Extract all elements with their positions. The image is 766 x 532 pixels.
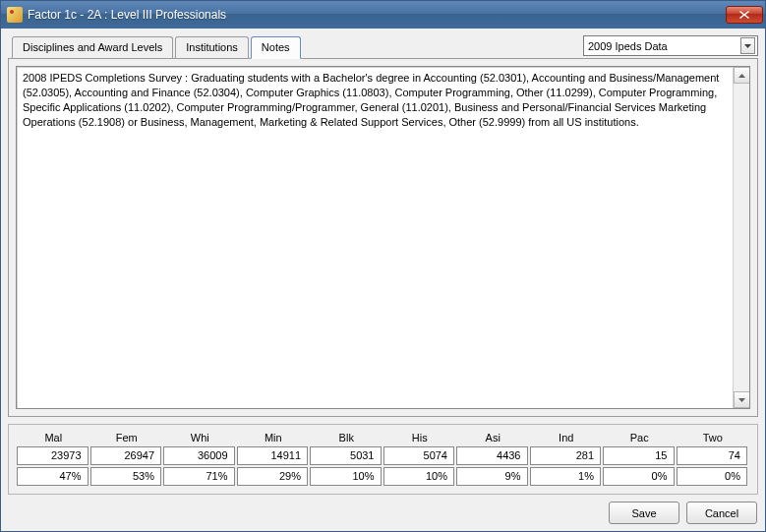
col-header: Blk	[310, 430, 383, 446]
titlebar: Factor 1c - 2A : Level III Professionals	[1, 1, 765, 29]
col-header: Whi	[163, 430, 237, 446]
cancel-button[interactable]: Cancel	[686, 502, 757, 524]
count-cell: 36009	[163, 446, 235, 465]
chevron-down-icon	[744, 44, 751, 48]
close-icon	[739, 11, 749, 19]
count-cell: 15	[603, 446, 675, 465]
col-header: Ind	[530, 430, 604, 446]
tab-content: 2008 IPEDS Completions Survey : Graduati…	[8, 58, 758, 417]
count-cell: 23973	[17, 446, 88, 465]
pct-cell: 0%	[603, 467, 675, 486]
scroll-down-button[interactable]	[734, 391, 750, 408]
chevron-up-icon	[738, 74, 745, 78]
pct-cell: 29%	[237, 467, 309, 486]
chevron-down-icon	[738, 398, 745, 402]
col-header: Fem	[90, 430, 164, 446]
pct-cell: 53%	[90, 467, 162, 486]
col-header: Asi	[456, 430, 530, 446]
pct-cell: 10%	[383, 467, 455, 486]
tab-institutions[interactable]: Institutions	[175, 36, 249, 59]
client-area: Disciplines and Award Levels Institution…	[1, 29, 765, 531]
app-icon	[7, 7, 23, 23]
count-cell: 4436	[456, 446, 528, 465]
col-header: Mal	[17, 430, 90, 446]
pct-cell: 10%	[310, 467, 382, 486]
summary-grid: Mal Fem Whi Min Blk His Asi Ind Pac Two …	[17, 430, 749, 488]
summary-panel: Mal Fem Whi Min Blk His Asi Ind Pac Two …	[8, 424, 758, 495]
count-cell: 74	[677, 446, 748, 465]
count-cell: 281	[530, 446, 602, 465]
vertical-scrollbar[interactable]	[733, 67, 749, 408]
pct-cell: 71%	[163, 467, 235, 486]
window-title: Factor 1c - 2A : Level III Professionals	[28, 8, 726, 22]
count-cell: 5074	[383, 446, 455, 465]
top-row: Disciplines and Award Levels Institution…	[8, 35, 758, 58]
pct-cell: 1%	[530, 467, 602, 486]
count-cell: 14911	[237, 446, 309, 465]
dropdown-arrow-button[interactable]	[740, 37, 755, 54]
close-button[interactable]	[726, 6, 763, 24]
scroll-up-button[interactable]	[734, 67, 750, 84]
col-header: Pac	[603, 430, 677, 446]
save-button[interactable]: Save	[609, 502, 679, 524]
notes-textarea[interactable]: 2008 IPEDS Completions Survey : Graduati…	[16, 66, 750, 409]
button-row: Save Cancel	[8, 502, 758, 524]
tab-strip: Disciplines and Award Levels Institution…	[12, 35, 301, 58]
dialog-window: Factor 1c - 2A : Level III Professionals…	[0, 0, 766, 532]
dataset-dropdown[interactable]: 2009 Ipeds Data	[583, 35, 758, 56]
tab-disciplines[interactable]: Disciplines and Award Levels	[12, 36, 173, 59]
tab-notes[interactable]: Notes	[251, 36, 301, 59]
pct-cell: 47%	[17, 467, 88, 486]
dropdown-selected-text: 2009 Ipeds Data	[588, 40, 740, 52]
count-cell: 26947	[90, 446, 162, 465]
count-cell: 5031	[310, 446, 382, 465]
pct-cell: 9%	[456, 467, 528, 486]
pct-cell: 0%	[677, 467, 748, 486]
notes-text: 2008 IPEDS Completions Survey : Graduati…	[23, 71, 743, 129]
col-header: His	[383, 430, 457, 446]
col-header: Min	[237, 430, 311, 446]
col-header: Two	[677, 430, 750, 446]
